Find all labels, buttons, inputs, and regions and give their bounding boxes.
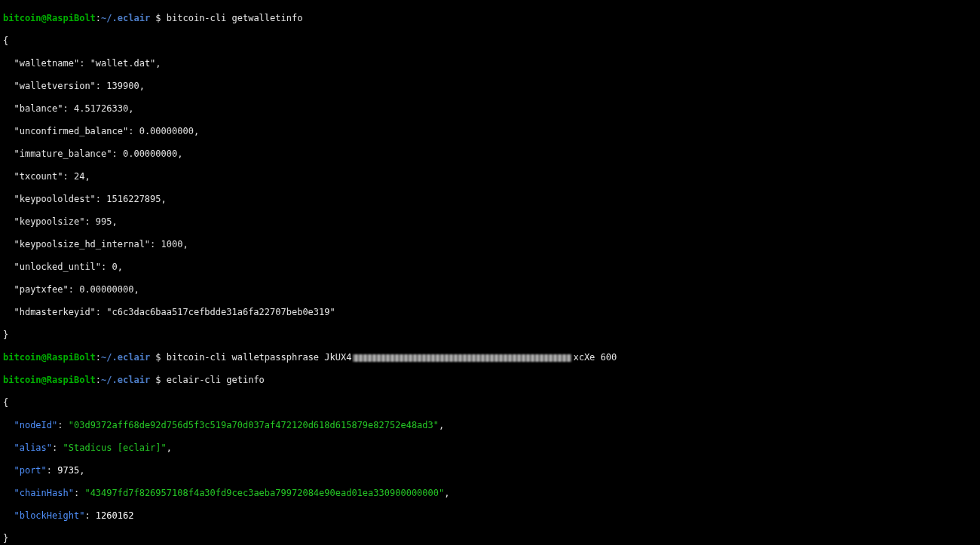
json-key: unlocked_until: [20, 262, 96, 272]
line: bitcoin@RaspiBolt:~/.eclair $ eclair-cli…: [3, 375, 977, 386]
line: {: [3, 35, 977, 47]
json-key: balance: [20, 103, 58, 114]
json-value: 1516227895: [106, 194, 161, 204]
line: "port": 9735,: [3, 465, 977, 476]
line: "walletname": "wallet.dat",: [3, 58, 977, 69]
json-key: walletname: [20, 58, 74, 69]
json-key: nodeId: [20, 420, 52, 430]
json-key: unconfirmed_balance: [20, 126, 123, 136]
prompt-host: RaspiBolt: [47, 13, 96, 23]
json-key: immature_balance: [20, 148, 107, 159]
json-value: 43497fd7f826957108f4a30fd9cec3aeba799720…: [90, 488, 439, 498]
json-key: walletversion: [20, 81, 90, 91]
json-value: 24: [74, 171, 84, 182]
line: "chainHash": "43497fd7f826957108f4a30fd9…: [3, 488, 977, 499]
line: "keypoolsize_hd_internal": 1000,: [3, 239, 977, 250]
json-value: 139900: [106, 81, 139, 91]
json-value: 03d9372aff68de92d756d5f3c519a70d037af472…: [74, 420, 433, 430]
json-value: c6c3dac6baa517cefbdde31a6fa22707beb0e319: [112, 307, 330, 317]
line: }: [3, 329, 977, 341]
line: "immature_balance": 0.00000000,: [3, 148, 977, 160]
line: "hdmasterkeyid": "c6c3dac6baa517cefbdde3…: [3, 307, 977, 318]
terminal-output: bitcoin@RaspiBolt:~/.eclair $ bitcoin-cl…: [0, 0, 980, 545]
redacted-passphrase: [353, 354, 571, 362]
line: "unlocked_until": 0,: [3, 262, 977, 273]
json-value: 1260162: [96, 510, 134, 521]
line: "blockHeight": 1260162: [3, 510, 977, 522]
command: bitcoin-cli walletpassphrase JkUX4: [167, 352, 352, 363]
line: {: [3, 397, 977, 409]
line: "balance": 4.51726330,: [3, 103, 977, 115]
json-value: Stadicus [eclair]: [69, 442, 161, 453]
line: "nodeId": "03d9372aff68de92d756d5f3c519a…: [3, 420, 977, 431]
json-value: 0.00000000: [139, 126, 194, 136]
json-value: 995: [96, 216, 112, 227]
json-key: blockHeight: [20, 510, 79, 521]
line: "txcount": 24,: [3, 171, 977, 182]
prompt-user: bitcoin: [3, 13, 41, 23]
json-key: port: [20, 465, 41, 476]
json-value: 0.00000000: [123, 148, 177, 159]
json-value: 4.51726330: [74, 103, 128, 114]
json-value: 9735: [57, 465, 79, 476]
json-value: 1000: [161, 239, 183, 250]
line: bitcoin@RaspiBolt:~/.eclair $ bitcoin-cl…: [3, 13, 977, 24]
line: "paytxfee": 0.00000000,: [3, 284, 977, 295]
line: "alias": "Stadicus [eclair]",: [3, 442, 977, 454]
line: "unconfirmed_balance": 0.00000000,: [3, 126, 977, 137]
json-key: keypoololdest: [20, 194, 90, 204]
json-key: hdmasterkeyid: [20, 307, 90, 317]
json-key: txcount: [20, 171, 58, 182]
json-value: wallet.dat: [96, 58, 150, 69]
prompt-path: ~/.eclair: [101, 13, 150, 23]
line: "walletversion": 139900,: [3, 81, 977, 92]
json-key: paytxfee: [20, 284, 63, 295]
command: eclair-cli getinfo: [167, 375, 265, 385]
line: }: [3, 533, 977, 544]
json-value: 0.00000000: [79, 284, 133, 295]
json-key: keypoolsize_hd_internal: [20, 239, 145, 250]
line: bitcoin@RaspiBolt:~/.eclair $ bitcoin-cl…: [3, 352, 977, 363]
json-value: 0: [112, 262, 118, 272]
command: bitcoin-cli getwalletinfo: [167, 13, 303, 23]
json-key: chainHash: [20, 488, 69, 498]
line: "keypoolsize": 995,: [3, 216, 977, 228]
json-key: alias: [20, 442, 47, 453]
json-key: keypoolsize: [20, 216, 79, 227]
line: "keypoololdest": 1516227895,: [3, 194, 977, 205]
